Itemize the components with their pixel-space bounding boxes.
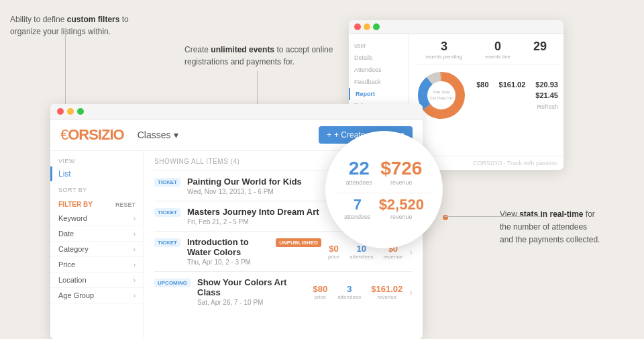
stat-val-3: $20.93 xyxy=(535,81,558,89)
circle-revenue-top: $726 xyxy=(380,159,422,178)
event-1-badge: Ticket xyxy=(154,178,180,187)
event-4-date: Sat, Apr 26, 7 - 10 PM xyxy=(197,299,306,306)
refresh-button[interactable]: Refresh xyxy=(474,103,558,110)
stats-btn-maximize[interactable] xyxy=(373,23,380,30)
filter-location-label: Location xyxy=(58,276,87,284)
stats-circle-overlay: 22 attendees $726 revenue 7 attendees $2… xyxy=(325,131,443,248)
circle-revenue-bottom: $2,520 xyxy=(379,197,424,212)
event-3-date: Thu, Apr 10, 2 - 3 PM xyxy=(187,258,321,266)
filter-date-label: Date xyxy=(58,230,74,238)
annotation-unlimited-events: Create unlimited events to accept online… xyxy=(184,44,333,68)
filter-category-label: Category xyxy=(58,245,89,253)
filter-keyword-label: Keyword xyxy=(58,214,87,222)
pie-chart: San Jose San Diego City xyxy=(415,68,468,122)
plus-icon: + xyxy=(327,130,331,140)
stats-events-pending-label: events pending xyxy=(426,54,462,60)
circle-divider xyxy=(337,193,431,193)
event-3-info: Introduction to Water Colors Unpublished… xyxy=(187,237,321,266)
event-3-name: Introduction to Water Colors xyxy=(187,237,270,257)
stats-events-live-label: events live xyxy=(485,54,511,60)
filter-keyword-arrow: › xyxy=(133,215,136,222)
filter-category-arrow: › xyxy=(133,246,136,253)
nav-section-label: Classes xyxy=(138,130,171,140)
sidebar-list-view[interactable]: List xyxy=(50,166,144,181)
event-4-price: $80 xyxy=(313,284,327,294)
stats-events-live: 0 xyxy=(485,40,511,54)
filter-date-arrow: › xyxy=(133,230,136,238)
sidebar-filter-section: FILTER BY RESET xyxy=(50,195,144,211)
circle-revenue-top-label: revenue xyxy=(380,179,422,186)
nav-chevron-icon: ▾ xyxy=(174,130,178,140)
filter-location-arrow: › xyxy=(133,277,136,284)
circle-bottom-stats: 7 attendees $2,520 revenue xyxy=(344,197,424,220)
event-4-arrow[interactable]: › xyxy=(409,287,413,297)
circle-attendees-top-label: attendees xyxy=(346,179,373,186)
filter-price-label: Price xyxy=(58,260,75,269)
annotation-custom-filters: Ability to define custom filters toorgan… xyxy=(10,13,129,38)
sidebar-filter-location[interactable]: Location › xyxy=(50,273,144,288)
event-4-stats: $80 price 3 attendees $161.02 revenue xyxy=(313,284,402,300)
stat-val-4: $21.45 xyxy=(535,91,558,99)
circle-attendees-bottom-label: attendees xyxy=(344,213,371,220)
annotation-realtime: View stats in real-time forthe number of… xyxy=(500,208,624,247)
stats-count-3: 29 xyxy=(533,40,547,54)
line-events xyxy=(257,70,258,105)
stat-val-2: $161.02 xyxy=(499,81,526,89)
sidebar-list-label: List xyxy=(58,169,71,179)
event-4-info: Show Your Colors Art Class Sat, Apr 26, … xyxy=(197,277,306,306)
stats-titlebar xyxy=(349,20,564,34)
filter-age-group-arrow: › xyxy=(133,292,136,299)
event-4-revenue: $161.02 xyxy=(371,284,402,294)
main-btn-maximize[interactable] xyxy=(77,108,84,115)
event-4-badge: Upcoming xyxy=(154,279,191,287)
event-4-attendees: 3 xyxy=(337,284,361,294)
event-item-4[interactable]: Upcoming Show Your Colors Art Class Sat,… xyxy=(154,271,413,311)
sidebar: VIEW List SORT BY FILTER BY RESET Keywor… xyxy=(50,151,144,339)
filter-age-group-label: Age Group xyxy=(58,291,94,299)
sidebar-view-label: VIEW xyxy=(50,158,144,164)
event-3-arrow[interactable]: › xyxy=(409,246,413,257)
circle-attendees-bottom: 7 xyxy=(344,197,371,212)
stats-btn-minimize[interactable] xyxy=(364,23,370,30)
sidebar-filter-label: FILTER BY xyxy=(58,201,93,208)
svg-text:San Jose: San Jose xyxy=(433,90,450,94)
event-2-badge: Ticket xyxy=(154,208,180,217)
sidebar-filter-category[interactable]: Category › xyxy=(50,242,144,257)
event-3-unpublished-badge: Unpublished xyxy=(276,238,321,247)
stats-events-pending: 3 xyxy=(426,40,462,54)
sidebar-filter-date[interactable]: Date › xyxy=(50,226,144,242)
sidebar-reset-button[interactable]: RESET xyxy=(115,201,136,208)
circle-revenue-bottom-label: revenue xyxy=(379,213,424,220)
sidebar-filter-price[interactable]: Price › xyxy=(50,257,144,273)
nav-classes[interactable]: Classes ▾ xyxy=(138,130,178,140)
event-3-price: $0 xyxy=(328,244,339,254)
circle-attendees-top: 22 xyxy=(346,159,373,178)
circle-top-stats: 22 attendees $726 revenue xyxy=(346,159,423,186)
stat-val-1: $80 xyxy=(476,81,488,89)
line-realtime xyxy=(444,216,541,217)
main-titlebar xyxy=(50,104,423,119)
main-btn-minimize[interactable] xyxy=(67,108,74,115)
svg-point-3 xyxy=(428,82,455,109)
sidebar-filter-age-group[interactable]: Age Group › xyxy=(50,288,144,303)
app-logo: €ORSIZIO xyxy=(60,126,124,144)
sidebar-sort-label: SORT BY xyxy=(50,181,144,195)
stats-btn-close[interactable] xyxy=(354,23,361,30)
main-btn-close[interactable] xyxy=(57,108,64,115)
svg-text:San Diego City: San Diego City xyxy=(430,96,453,100)
event-3-badge: Ticket xyxy=(154,238,180,247)
event-4-name: Show Your Colors Art Class xyxy=(197,277,306,297)
filter-price-arrow: › xyxy=(133,261,136,269)
sidebar-filter-keyword[interactable]: Keyword › xyxy=(50,211,144,226)
